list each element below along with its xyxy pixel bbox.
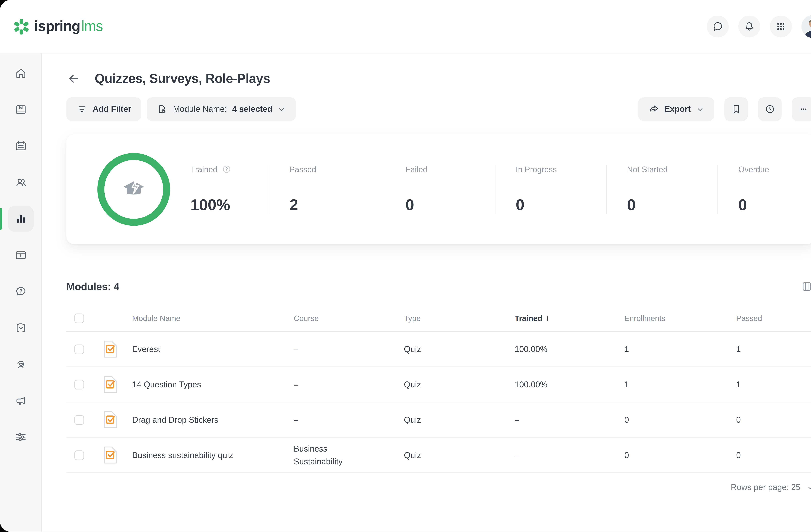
ispring-asterisk-icon [13,18,29,34]
page-title: Quizzes, Surveys, Role-Plays [95,71,270,86]
chevron-down-icon [696,105,704,113]
stat-trained-label: Trained [190,165,217,173]
add-columns-button[interactable] [801,280,811,294]
row-checkbox[interactable] [74,380,84,389]
course-cell: – [286,344,396,354]
logo-product-text: lms [81,18,103,35]
share-arrow-icon [648,104,659,115]
enrollments-cell: 0 [617,415,729,424]
module-name-link[interactable]: Drag and Drop Stickers [125,415,286,424]
sidebar-item-reports[interactable] [8,206,33,232]
trained-cell: – [507,415,617,424]
ellipsis-icon [798,104,809,115]
course-cell: Business Sustainability [294,443,362,468]
back-button[interactable] [66,71,81,86]
bell-icon [744,21,755,32]
grid-9-dots-icon [775,21,786,32]
sidebar-item-announcements[interactable] [8,388,33,413]
person-headset-icon [14,358,27,371]
column-header-module-name[interactable]: Module Name [125,314,286,322]
type-cell: Quiz [396,415,507,424]
course-cell: – [286,415,396,424]
export-button[interactable]: Export [638,97,714,121]
column-header-passed[interactable]: Passed [729,314,811,322]
table-columns-plus-icon [801,280,811,294]
topbar: ispring lms [0,0,811,54]
bookmark-button[interactable] [724,97,748,121]
enrollments-cell: 0 [617,450,729,460]
quiz-module-icon [103,446,118,464]
passed-cell: 0 [729,415,811,424]
module-name-link[interactable]: 14 Question Types [125,380,286,389]
table-header: Module Name Course Type Trained ↓ Enroll… [66,305,811,332]
quiz-module-icon [103,376,118,393]
notifications-button[interactable] [738,16,760,37]
sidebar-item-settings[interactable] [8,424,33,450]
avatar-photo [801,15,811,38]
sidebar-item-questions[interactable] [8,279,33,304]
messages-button[interactable] [707,16,729,37]
chevron-down-icon [278,105,286,113]
module-name-filter-button[interactable]: Module Name: 4 selected [147,97,296,121]
row-checkbox[interactable] [74,450,84,460]
topbar-actions [707,15,811,38]
table-row: Business sustainability quiz Business Su… [66,438,811,473]
sidebar-item-training[interactable] [8,351,33,377]
add-filter-button[interactable]: Add Filter [66,97,141,121]
history-button[interactable] [758,97,782,121]
sidebar-item-home[interactable] [8,61,33,86]
column-header-type[interactable]: Type [396,314,507,322]
question-chat-icon [14,285,27,298]
summary-stats-card: Trained 100% Passed 2 Failed 0 In [66,134,811,244]
app-window: ispring lms [0,0,811,532]
module-name-link[interactable]: Business sustainability quiz [125,450,286,460]
quiz-module-icon [103,340,118,358]
stat-trained-value: 100% [190,196,269,214]
select-all-checkbox[interactable] [74,313,84,323]
stat-failed-label: Failed [406,165,495,173]
enrollments-cell: 1 [617,380,729,389]
stat-overdue-label: Overdue [738,165,798,173]
row-checkbox[interactable] [74,344,84,354]
enrollments-cell: 1 [617,344,729,354]
box-check-icon [14,321,27,334]
export-label: Export [664,104,691,114]
stat-failed: Failed 0 [385,165,495,214]
stat-not-started-label: Not Started [627,165,717,173]
module-name-link[interactable]: Everest [125,344,286,354]
passed-cell: 1 [729,344,811,354]
book-icon [14,103,27,116]
table-row: Everest – Quiz 100.00% 1 1 [66,332,811,367]
column-header-trained[interactable]: Trained ↓ [507,314,617,323]
row-checkbox[interactable] [74,415,84,424]
rows-per-page-label: Rows per page: [731,483,789,491]
stat-failed-value: 0 [406,196,495,214]
sidebar-item-courses[interactable] [8,97,33,122]
sidebar-item-users[interactable] [8,170,33,195]
sidebar-item-calendar[interactable] [8,133,33,159]
help-icon[interactable] [222,165,231,173]
rows-per-page-control[interactable]: Rows per page: 25 [66,483,811,492]
calendar-icon [14,140,27,152]
sidebar-item-info-kiosk[interactable] [8,242,33,268]
sliders-icon [14,431,27,443]
ispring-lms-logo[interactable]: ispring lms [13,18,103,35]
column-header-course[interactable]: Course [286,314,396,322]
stat-overdue: Overdue 0 [717,165,798,214]
column-header-enrollments[interactable]: Enrollments [617,314,729,322]
logo-brand-text: ispring [34,18,80,35]
apps-button[interactable] [770,16,792,37]
user-avatar[interactable] [801,15,811,38]
chat-bubble-icon [712,21,723,32]
stat-not-started: Not Started 0 [606,165,717,214]
more-options-button[interactable] [792,97,811,121]
bar-chart-icon [14,212,27,225]
sidebar-item-assignments[interactable] [8,315,33,341]
stat-in-progress: In Progress 0 [495,165,606,214]
passed-cell: 1 [729,380,811,389]
stat-trained: Trained 100% [190,165,269,214]
passed-cell: 0 [729,450,811,460]
main-content: Quizzes, Surveys, Role-Plays Add Filter … [42,54,811,532]
table-row: Drag and Drop Stickers – Quiz – 0 0 [66,402,811,438]
stat-not-started-value: 0 [627,196,717,214]
